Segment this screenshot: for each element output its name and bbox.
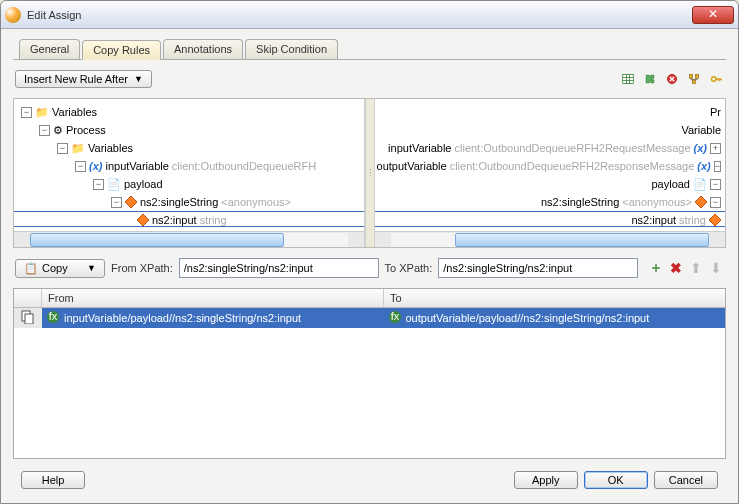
message-icon: 📄 [693,175,707,193]
expand-toggle[interactable]: − [710,197,721,208]
expand-toggle[interactable]: − [57,143,68,154]
apply-button[interactable]: Apply [514,471,578,489]
add-rule-icon[interactable]: ＋ [648,260,664,276]
expand-toggle[interactable]: − [710,179,721,190]
copy-doc-icon: 📋 [24,262,38,275]
tab-annotations[interactable]: Annotations [163,39,243,59]
edit-assign-dialog: Edit Assign ✕ General Copy Rules Annotat… [0,0,739,504]
rules-table: From To fxinputVariable/payload//ns2:sin… [13,288,726,459]
target-leaf-ns2-input[interactable]: ns2:input [631,211,676,229]
svg-rect-9 [696,75,699,79]
arrange-icon[interactable] [686,71,702,87]
chevron-down-icon: ▼ [134,74,143,84]
svg-text:fx: fx [49,310,58,322]
expand-toggle[interactable]: − [93,179,104,190]
folder-icon: 📁 [71,139,85,157]
xpath-icon: fx [46,310,60,326]
table-row[interactable]: fxinputVariable/payload//ns2:singleStrin… [14,308,725,328]
help-button[interactable]: Help [21,471,85,489]
folder-icon: 📁 [35,103,49,121]
tab-copy-rules[interactable]: Copy Rules [82,40,161,60]
svg-marker-16 [137,214,149,226]
to-xpath-label: To XPath: [385,262,433,274]
ok-button[interactable]: OK [584,471,648,489]
xpath-icon: fx [388,310,402,326]
remove-rule-icon[interactable]: ✖ [668,260,684,276]
app-icon [5,7,21,23]
chevron-down-icon: ▼ [87,263,96,273]
svg-rect-0 [623,75,634,84]
svg-marker-17 [695,196,707,208]
key-icon[interactable] [708,71,724,87]
element-icon [695,196,707,208]
cancel-button[interactable]: Cancel [654,471,718,489]
col-to[interactable]: To [384,289,725,307]
splitter[interactable]: ⋮ [365,99,375,247]
copy-mode-dropdown[interactable]: 📋 Copy ▼ [15,259,105,278]
variable-icon: (x) [89,157,102,175]
tab-skip-condition[interactable]: Skip Condition [245,39,338,59]
tab-bar: General Copy Rules Annotations Skip Cond… [13,39,726,60]
puzzle-icon[interactable] [642,71,658,87]
svg-rect-8 [690,75,693,79]
expand-toggle[interactable]: − [21,107,32,118]
window-title: Edit Assign [27,9,692,21]
move-down-icon[interactable]: ⬇ [708,260,724,276]
process-icon: ⚙ [53,121,63,139]
element-icon [125,196,137,208]
from-xpath-input[interactable] [179,258,379,278]
close-button[interactable]: ✕ [692,6,734,24]
col-from[interactable]: From [42,289,384,307]
tab-general[interactable]: General [19,39,80,59]
svg-marker-15 [125,196,137,208]
titlebar[interactable]: Edit Assign ✕ [1,1,738,29]
move-up-icon[interactable]: ⬆ [688,260,704,276]
svg-rect-20 [25,314,33,324]
mapping-panel: −📁Variables −⚙Process −📁Variables −(x)in… [13,98,726,248]
expand-toggle[interactable]: − [75,161,86,172]
target-tree[interactable]: Pr Variable inputVariable client:Outboun… [375,99,725,247]
variable-icon: (x) [694,139,707,157]
element-icon [137,214,149,226]
to-xpath-input[interactable] [438,258,638,278]
insert-rule-dropdown[interactable]: Insert New Rule After ▼ [15,70,152,88]
svg-text:fx: fx [390,310,399,322]
expand-toggle[interactable]: − [39,125,50,136]
message-icon: 📄 [107,175,121,193]
element-icon [709,214,721,226]
expand-toggle[interactable]: − [111,197,122,208]
source-leaf-ns2-input[interactable]: ns2:input [152,211,197,229]
source-tree[interactable]: −📁Variables −⚙Process −📁Variables −(x)in… [14,99,365,247]
from-xpath-label: From XPath: [111,262,173,274]
svg-point-11 [712,77,717,82]
expand-toggle[interactable]: − [714,161,721,172]
variable-icon: (x) [697,157,710,175]
spreadsheet-icon[interactable] [620,71,636,87]
delete-icon[interactable] [664,71,680,87]
copy-rule-icon [21,310,35,326]
insert-rule-label: Insert New Rule After [24,73,128,85]
svg-marker-18 [709,214,721,226]
expand-toggle[interactable]: + [710,143,721,154]
svg-rect-10 [693,80,696,84]
